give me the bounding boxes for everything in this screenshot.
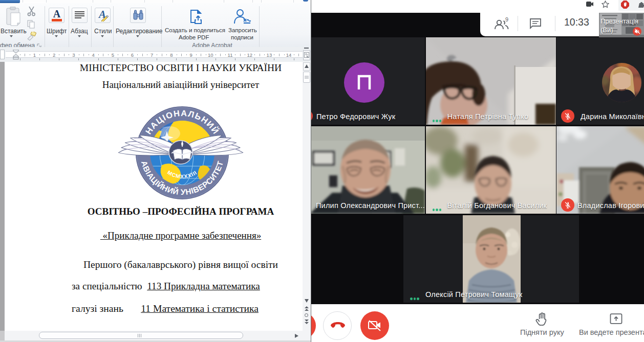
svg-text:9: 9: [505, 17, 508, 22]
